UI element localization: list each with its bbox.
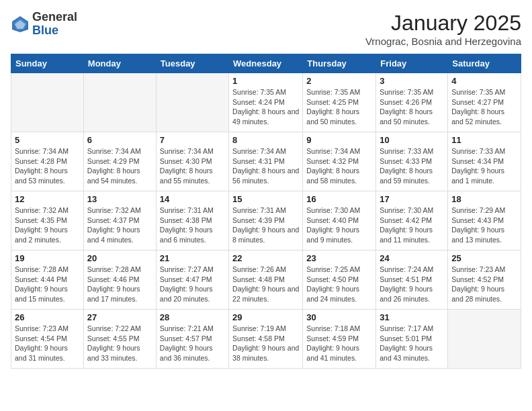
calendar-cell: 3Sunrise: 7:35 AMSunset: 4:26 PMDaylight… [376,73,448,132]
calendar-cell: 29Sunrise: 7:19 AMSunset: 4:58 PMDayligh… [229,310,303,369]
day-number: 27 [87,312,152,322]
day-number: 8 [232,135,299,145]
calendar-cell: 6Sunrise: 7:34 AMSunset: 4:29 PMDaylight… [83,132,156,191]
calendar-cell: 14Sunrise: 7:31 AMSunset: 4:38 PMDayligh… [156,191,228,250]
day-number: 26 [15,312,80,322]
day-info: Sunrise: 7:34 AMSunset: 4:32 PMDaylight:… [306,146,372,186]
logo-general: General [32,11,77,24]
day-number: 28 [160,312,225,322]
calendar-cell: 24Sunrise: 7:24 AMSunset: 4:51 PMDayligh… [376,250,448,310]
calendar-cell: 16Sunrise: 7:30 AMSunset: 4:40 PMDayligh… [303,191,376,250]
logo: General Blue [11,11,77,38]
week-row-2: 5Sunrise: 7:34 AMSunset: 4:28 PMDaylight… [11,132,521,191]
calendar-cell [448,310,521,369]
day-info: Sunrise: 7:23 AMSunset: 4:52 PMDaylight:… [451,265,517,304]
day-info: Sunrise: 7:17 AMSunset: 5:01 PMDaylight:… [380,324,444,363]
weekday-header-saturday: Saturday [448,54,521,73]
calendar-cell: 13Sunrise: 7:32 AMSunset: 4:37 PMDayligh… [83,191,156,250]
day-info: Sunrise: 7:30 AMSunset: 4:42 PMDaylight:… [380,205,444,245]
weekday-header-tuesday: Tuesday [156,54,228,73]
calendar-cell: 8Sunrise: 7:34 AMSunset: 4:31 PMDaylight… [229,132,303,191]
calendar-cell: 17Sunrise: 7:30 AMSunset: 4:42 PMDayligh… [376,191,448,250]
week-row-3: 12Sunrise: 7:32 AMSunset: 4:35 PMDayligh… [11,191,521,250]
day-number: 12 [15,194,80,204]
day-info: Sunrise: 7:32 AMSunset: 4:35 PMDaylight:… [15,205,80,245]
day-info: Sunrise: 7:35 AMSunset: 4:25 PMDaylight:… [306,87,372,127]
day-info: Sunrise: 7:22 AMSunset: 4:55 PMDaylight:… [87,324,152,363]
page-header: General Blue January 2025 Vrnograc, Bosn… [11,11,521,47]
day-info: Sunrise: 7:31 AMSunset: 4:38 PMDaylight:… [160,205,225,245]
calendar-cell: 15Sunrise: 7:31 AMSunset: 4:39 PMDayligh… [229,191,303,250]
calendar-cell [83,73,156,132]
day-info: Sunrise: 7:35 AMSunset: 4:27 PMDaylight:… [451,87,517,127]
day-info: Sunrise: 7:27 AMSunset: 4:47 PMDaylight:… [160,265,225,304]
calendar-cell: 26Sunrise: 7:23 AMSunset: 4:54 PMDayligh… [11,310,84,369]
day-number: 19 [15,253,80,263]
day-info: Sunrise: 7:35 AMSunset: 4:24 PMDaylight:… [232,87,299,127]
day-info: Sunrise: 7:28 AMSunset: 4:46 PMDaylight:… [87,265,152,304]
calendar-cell: 22Sunrise: 7:26 AMSunset: 4:48 PMDayligh… [229,250,303,310]
day-number: 6 [87,135,152,145]
day-number: 25 [451,253,517,263]
day-number: 10 [380,135,444,145]
day-number: 4 [451,76,517,86]
calendar-cell: 11Sunrise: 7:33 AMSunset: 4:34 PMDayligh… [448,132,521,191]
day-info: Sunrise: 7:25 AMSunset: 4:50 PMDaylight:… [306,265,372,304]
day-number: 15 [232,194,299,204]
day-number: 13 [87,194,152,204]
day-info: Sunrise: 7:18 AMSunset: 4:59 PMDaylight:… [306,324,372,363]
day-number: 31 [380,312,444,322]
day-number: 22 [232,253,299,263]
title-block: January 2025 Vrnograc, Bosnia and Herzeg… [365,11,521,47]
day-info: Sunrise: 7:31 AMSunset: 4:39 PMDaylight:… [232,205,299,245]
calendar-cell: 31Sunrise: 7:17 AMSunset: 5:01 PMDayligh… [376,310,448,369]
day-info: Sunrise: 7:35 AMSunset: 4:26 PMDaylight:… [380,87,444,127]
day-info: Sunrise: 7:34 AMSunset: 4:30 PMDaylight:… [160,146,225,186]
day-info: Sunrise: 7:34 AMSunset: 4:31 PMDaylight:… [232,146,299,186]
weekday-header-friday: Friday [376,54,448,73]
day-number: 11 [451,135,517,145]
calendar-cell: 4Sunrise: 7:35 AMSunset: 4:27 PMDaylight… [448,73,521,132]
weekday-header-sunday: Sunday [11,54,84,73]
day-info: Sunrise: 7:30 AMSunset: 4:40 PMDaylight:… [306,205,372,245]
calendar-cell: 20Sunrise: 7:28 AMSunset: 4:46 PMDayligh… [83,250,156,310]
week-row-5: 26Sunrise: 7:23 AMSunset: 4:54 PMDayligh… [11,310,521,369]
calendar-cell: 9Sunrise: 7:34 AMSunset: 4:32 PMDaylight… [303,132,376,191]
calendar-cell: 23Sunrise: 7:25 AMSunset: 4:50 PMDayligh… [303,250,376,310]
calendar-cell [11,73,84,132]
day-number: 7 [160,135,225,145]
calendar-cell: 27Sunrise: 7:22 AMSunset: 4:55 PMDayligh… [83,310,156,369]
logo-text: General Blue [32,11,77,38]
logo-icon [11,15,30,34]
calendar-cell: 2Sunrise: 7:35 AMSunset: 4:25 PMDaylight… [303,73,376,132]
week-row-4: 19Sunrise: 7:28 AMSunset: 4:44 PMDayligh… [11,250,521,310]
day-info: Sunrise: 7:24 AMSunset: 4:51 PMDaylight:… [380,265,444,304]
day-number: 18 [451,194,517,204]
day-number: 3 [380,76,444,86]
day-number: 21 [160,253,225,263]
day-number: 29 [232,312,299,322]
day-number: 2 [306,76,372,86]
calendar-cell: 28Sunrise: 7:21 AMSunset: 4:57 PMDayligh… [156,310,228,369]
day-info: Sunrise: 7:28 AMSunset: 4:44 PMDaylight:… [15,265,80,304]
weekday-header-monday: Monday [83,54,156,73]
day-info: Sunrise: 7:33 AMSunset: 4:34 PMDaylight:… [451,146,517,186]
calendar-cell: 18Sunrise: 7:29 AMSunset: 4:43 PMDayligh… [448,191,521,250]
day-number: 24 [380,253,444,263]
weekday-header-wednesday: Wednesday [229,54,303,73]
day-number: 23 [306,253,372,263]
calendar-cell: 7Sunrise: 7:34 AMSunset: 4:30 PMDaylight… [156,132,228,191]
day-info: Sunrise: 7:23 AMSunset: 4:54 PMDaylight:… [15,324,80,363]
calendar-cell: 1Sunrise: 7:35 AMSunset: 4:24 PMDaylight… [229,73,303,132]
logo-blue: Blue [32,24,77,38]
calendar-cell: 12Sunrise: 7:32 AMSunset: 4:35 PMDayligh… [11,191,84,250]
day-info: Sunrise: 7:33 AMSunset: 4:33 PMDaylight:… [380,146,444,186]
weekday-header-row: SundayMondayTuesdayWednesdayThursdayFrid… [11,54,521,73]
calendar-cell: 21Sunrise: 7:27 AMSunset: 4:47 PMDayligh… [156,250,228,310]
month-year-title: January 2025 [365,11,521,36]
calendar-cell: 5Sunrise: 7:34 AMSunset: 4:28 PMDaylight… [11,132,84,191]
day-info: Sunrise: 7:34 AMSunset: 4:29 PMDaylight:… [87,146,152,186]
day-number: 14 [160,194,225,204]
day-info: Sunrise: 7:19 AMSunset: 4:58 PMDaylight:… [232,324,299,363]
day-number: 9 [306,135,372,145]
